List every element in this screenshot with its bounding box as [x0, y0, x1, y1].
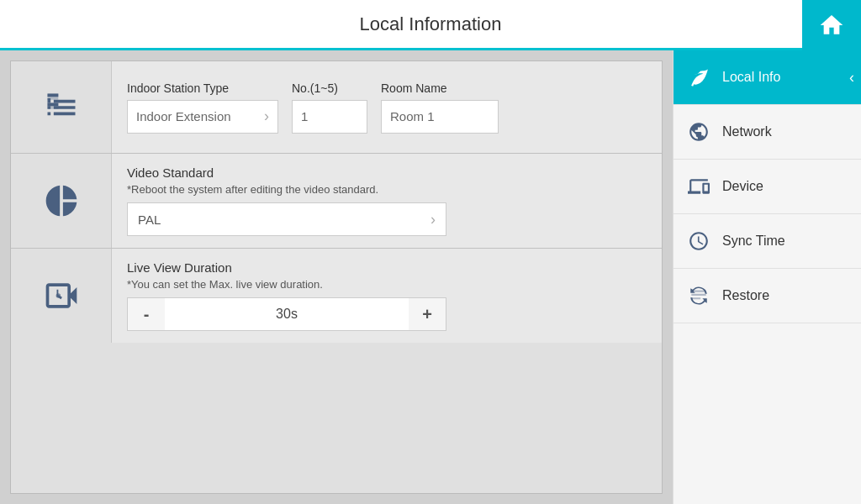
live-view-control: - 30s + — [127, 297, 446, 331]
pie-chart-icon — [43, 182, 80, 219]
globe-icon — [688, 121, 710, 143]
video-standard-value: PAL — [138, 213, 161, 227]
network-label: Network — [722, 124, 848, 139]
sidebar-item-sync-time[interactable]: Sync Time — [673, 214, 861, 269]
number-field: No.(1~5) 1 — [292, 81, 367, 134]
room-name-field: Room Name Room 1 — [381, 81, 499, 134]
room-name-input[interactable]: Room 1 — [381, 100, 499, 134]
device-icon — [688, 176, 710, 197]
sidebar-item-device[interactable]: Device — [673, 160, 861, 214]
number-value: 1 — [301, 109, 308, 123]
content-inner: Indoor Station Type Indoor Extension › N… — [10, 60, 663, 494]
camera-timer-icon — [43, 277, 80, 314]
local-info-icon-container — [687, 66, 710, 88]
sync-time-icon-container — [687, 230, 710, 252]
live-view-plus-button[interactable]: + — [409, 298, 446, 330]
video-standard-section: Video Standard *Reboot the system after … — [11, 154, 662, 249]
home-list-icon — [43, 89, 80, 126]
live-view-minus-button[interactable]: - — [128, 298, 165, 330]
local-info-label: Local Info — [722, 70, 848, 85]
station-type-field: Indoor Station Type Indoor Extension › — [127, 81, 278, 134]
live-view-content: Live View Duration *You can set the Max.… — [112, 249, 662, 343]
device-icon-container — [687, 176, 710, 197]
live-view-value: 30s — [165, 307, 409, 322]
live-view-section: Live View Duration *You can set the Max.… — [11, 249, 662, 343]
device-label: Device — [722, 179, 848, 194]
restore-icon — [688, 285, 710, 307]
room-name-label: Room Name — [381, 81, 499, 95]
page-title: Local Information — [360, 13, 502, 35]
station-type-input[interactable]: Indoor Extension › — [127, 100, 278, 134]
home-icon — [818, 12, 845, 39]
number-input[interactable]: 1 — [292, 100, 367, 134]
sidebar-item-network[interactable]: Network — [673, 105, 861, 160]
header: Local Information — [0, 0, 861, 50]
live-view-label: Live View Duration — [127, 260, 647, 275]
station-type-label: Indoor Station Type — [127, 81, 278, 95]
video-standard-note: *Reboot the system after editing the vid… — [127, 183, 647, 196]
content-area: Indoor Station Type Indoor Extension › N… — [0, 50, 673, 504]
live-view-icon-container — [11, 249, 112, 343]
station-type-content: Indoor Station Type Indoor Extension › N… — [112, 70, 662, 145]
sidebar: Local Info ‹ Network Device — [673, 50, 861, 504]
leaf-icon — [688, 66, 710, 88]
video-standard-select[interactable]: PAL › — [127, 202, 446, 236]
station-type-section: Indoor Station Type Indoor Extension › N… — [11, 61, 662, 154]
station-type-value: Indoor Extension — [136, 109, 231, 123]
sidebar-item-local-info[interactable]: Local Info ‹ — [673, 50, 861, 105]
video-standard-content: Video Standard *Reboot the system after … — [112, 154, 662, 248]
station-row: Indoor Station Type Indoor Extension › N… — [127, 81, 647, 134]
sidebar-item-restore[interactable]: Restore — [673, 269, 861, 323]
live-view-note: *You can set the Max. live view duration… — [127, 278, 647, 291]
restore-icon-container — [687, 285, 710, 307]
sync-time-label: Sync Time — [722, 234, 848, 249]
video-standard-icon-container — [11, 154, 112, 248]
video-select-chevron: › — [430, 211, 436, 228]
room-name-value: Room 1 — [390, 109, 435, 123]
clock-icon — [688, 230, 710, 252]
video-standard-label: Video Standard — [127, 165, 647, 180]
home-button[interactable] — [802, 0, 861, 50]
network-icon-container — [687, 121, 710, 143]
station-type-chevron: › — [264, 108, 269, 125]
main-layout: Indoor Station Type Indoor Extension › N… — [0, 50, 861, 504]
collapse-icon: ‹ — [849, 69, 854, 87]
station-type-icon-container — [11, 61, 112, 153]
number-label: No.(1~5) — [292, 81, 367, 95]
restore-label: Restore — [722, 288, 848, 303]
